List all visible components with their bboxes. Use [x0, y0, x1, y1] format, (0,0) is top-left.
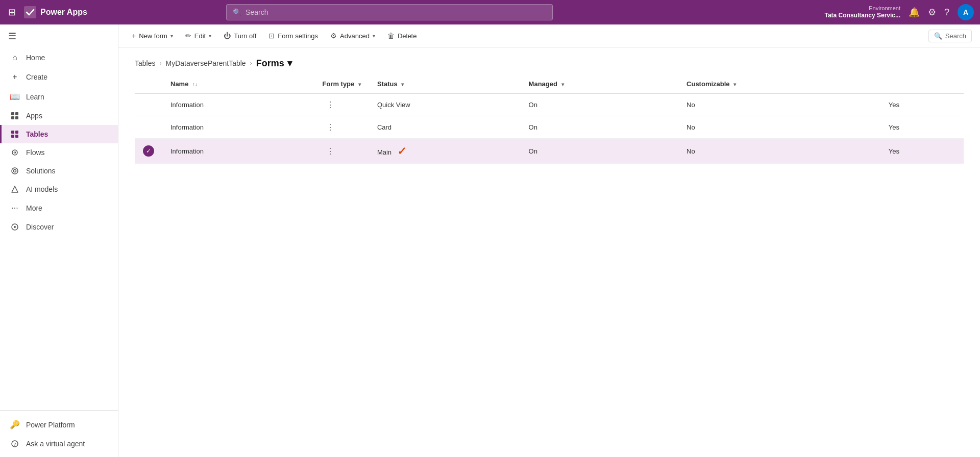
sidebar-item-ask-virtual-agent-label: Ask a virtual agent	[26, 440, 85, 448]
notifications-icon[interactable]: 🔔	[909, 7, 920, 18]
sidebar-item-power-platform[interactable]: 🔑 Power Platform	[0, 415, 118, 435]
row-customizable: Yes	[880, 116, 964, 139]
turn-off-button[interactable]: ⏻ Turn off	[218, 29, 261, 43]
sidebar-item-home-label: Home	[26, 54, 45, 62]
topbar: ⊞ Power Apps 🔍 Environment Tata Consulta…	[0, 0, 980, 24]
toolbar-search[interactable]: 🔍 Search	[928, 30, 972, 42]
row-checkbox-cell[interactable]: ✓	[135, 139, 162, 164]
global-search-box[interactable]: 🔍	[226, 4, 553, 20]
new-form-icon: +	[132, 32, 136, 40]
row-more-menu[interactable]: ⋮	[314, 93, 369, 116]
svg-rect-0	[24, 6, 36, 18]
sidebar-bottom: 🔑 Power Platform ? Ask a virtual agent	[0, 410, 118, 457]
sidebar-item-tables[interactable]: Tables	[0, 125, 118, 143]
form-settings-button[interactable]: ⊡ Form settings	[263, 29, 323, 43]
breadcrumb-parent-table[interactable]: MyDataverseParentTable	[165, 59, 246, 67]
form-settings-icon: ⊡	[268, 32, 275, 40]
waffle-icon[interactable]: ⊞	[6, 5, 18, 20]
breadcrumb-tables[interactable]: Tables	[135, 59, 155, 67]
svg-text:?: ?	[14, 442, 16, 447]
edit-button[interactable]: ✏ Edit ▾	[180, 29, 216, 43]
settings-icon[interactable]: ⚙	[928, 7, 936, 18]
environment-name: Tata Consultancy Servic...	[824, 12, 900, 20]
global-search-input[interactable]	[246, 8, 546, 16]
sidebar-item-flows[interactable]: Flows	[0, 143, 118, 162]
sidebar-item-discover[interactable]: Discover	[0, 218, 118, 236]
more-options-icon[interactable]: ⋮	[322, 145, 338, 158]
customizable-filter-icon: ▾	[733, 82, 736, 87]
breadcrumb-separator-2: ›	[250, 60, 252, 67]
table-row[interactable]: Information⋮CardOnNoYes	[135, 116, 964, 139]
environment-info: Environment Tata Consultancy Servic...	[824, 5, 900, 20]
forms-table-container: Name ↑↓ Form type ▾ Status ▾ Managed	[118, 75, 980, 457]
environment-label: Environment	[824, 5, 900, 12]
sidebar-item-tables-label: Tables	[26, 130, 48, 138]
row-form-type: Card	[369, 116, 521, 139]
row-more-menu[interactable]: ⋮	[314, 116, 369, 139]
col-name[interactable]: Name ↑↓	[162, 75, 314, 93]
sidebar-item-create-label: Create	[26, 73, 47, 81]
row-status: On	[521, 139, 678, 164]
forms-table: Name ↑↓ Form type ▾ Status ▾ Managed	[135, 75, 964, 164]
row-managed: No	[678, 93, 880, 116]
solutions-icon	[10, 167, 20, 175]
row-checkbox-cell[interactable]	[135, 116, 162, 139]
sidebar-item-solutions-label: Solutions	[26, 167, 56, 175]
tables-icon	[10, 130, 20, 138]
sidebar-item-discover-label: Discover	[26, 223, 54, 231]
svg-rect-5	[11, 131, 14, 134]
global-search-icon: 🔍	[233, 8, 241, 16]
row-more-menu[interactable]: ⋮	[314, 139, 369, 164]
sidebar-item-create[interactable]: + Create	[0, 67, 118, 87]
svg-rect-3	[11, 116, 14, 119]
sidebar-item-learn[interactable]: 📖 Learn	[0, 87, 118, 107]
discover-icon	[10, 223, 20, 231]
avatar[interactable]: A	[958, 4, 974, 20]
more-options-icon[interactable]: ⋮	[322, 98, 338, 111]
table-row[interactable]: ✓Information⋮Main✓OnNoYes	[135, 139, 964, 164]
table-row[interactable]: Information⋮Quick ViewOnNoYes	[135, 93, 964, 116]
new-form-button[interactable]: + New form ▾	[127, 29, 178, 43]
col-checkbox	[135, 75, 162, 93]
row-status: On	[521, 116, 678, 139]
sidebar-item-ai-models-label: AI models	[26, 185, 58, 193]
delete-button[interactable]: 🗑 Delete	[382, 29, 422, 43]
svg-marker-11	[12, 186, 18, 192]
col-managed[interactable]: Managed ▾	[521, 75, 678, 93]
more-options-icon[interactable]: ⋮	[322, 121, 338, 134]
sidebar-toggle[interactable]: ☰	[0, 24, 118, 48]
breadcrumb-forms-chevron-icon: ▾	[287, 58, 292, 69]
managed-filter-icon: ▾	[561, 82, 564, 87]
main-wrapper: ☰ ⌂ Home + Create 📖 Learn Apps Tables	[0, 24, 980, 457]
power-platform-icon: 🔑	[10, 420, 20, 429]
row-customizable: Yes	[880, 93, 964, 116]
edit-icon: ✏	[185, 32, 191, 40]
sidebar-item-solutions[interactable]: Solutions	[0, 162, 118, 180]
help-icon[interactable]: ?	[944, 7, 949, 18]
breadcrumb: Tables › MyDataverseParentTable › Forms …	[118, 47, 980, 75]
sidebar-item-ask-virtual-agent[interactable]: ? Ask a virtual agent	[0, 435, 118, 453]
col-customizable[interactable]: Customizable ▾	[678, 75, 880, 93]
topbar-right: Environment Tata Consultancy Servic... 🔔…	[824, 4, 974, 20]
sidebar-item-power-platform-label: Power Platform	[26, 421, 75, 429]
sidebar: ☰ ⌂ Home + Create 📖 Learn Apps Tables	[0, 24, 118, 457]
edit-chevron-icon: ▾	[209, 33, 211, 39]
sidebar-item-home[interactable]: ⌂ Home	[0, 48, 118, 67]
svg-rect-8	[15, 135, 18, 138]
row-selected-indicator: ✓	[143, 145, 154, 157]
sidebar-item-ai-models[interactable]: AI models	[0, 180, 118, 198]
row-checkbox-cell[interactable]	[135, 93, 162, 116]
svg-point-10	[14, 170, 16, 172]
row-name: Information	[162, 139, 314, 164]
svg-point-13	[14, 226, 16, 228]
breadcrumb-current: Forms ▾	[256, 58, 292, 69]
sidebar-item-more[interactable]: ··· More	[0, 198, 118, 218]
col-status[interactable]: Status ▾	[369, 75, 521, 93]
col-form-type[interactable]: Form type ▾	[314, 75, 369, 93]
advanced-button[interactable]: ⚙ Advanced ▾	[325, 29, 380, 43]
breadcrumb-separator-1: ›	[159, 60, 161, 67]
sidebar-item-apps[interactable]: Apps	[0, 107, 118, 125]
toolbar: + New form ▾ ✏ Edit ▾ ⏻ Turn off ⊡ Form …	[118, 24, 980, 47]
sidebar-item-learn-label: Learn	[26, 93, 44, 101]
row-form-type: Main✓	[369, 139, 521, 164]
